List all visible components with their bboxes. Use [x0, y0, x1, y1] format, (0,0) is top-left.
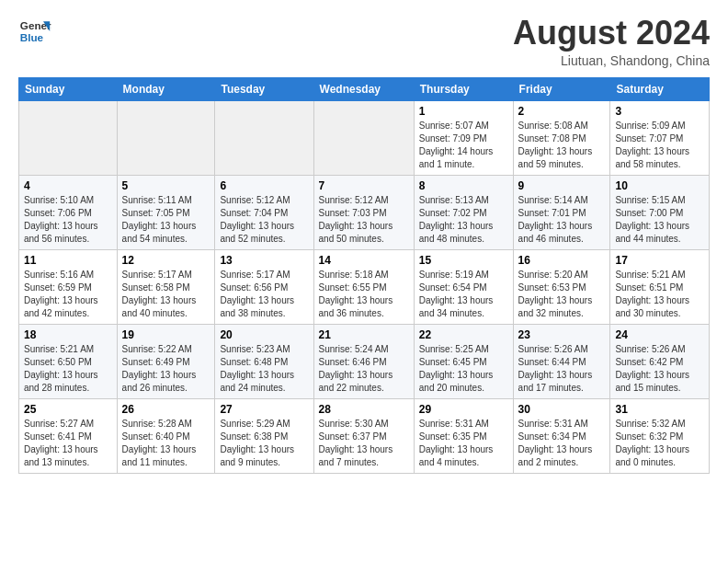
calendar-day-cell: 19Sunrise: 5:22 AM Sunset: 6:49 PM Dayli…	[117, 324, 215, 398]
day-info: Sunrise: 5:15 AM Sunset: 7:00 PM Dayligh…	[615, 194, 704, 246]
day-info: Sunrise: 5:24 AM Sunset: 6:46 PM Dayligh…	[319, 343, 409, 395]
day-info: Sunrise: 5:31 AM Sunset: 6:35 PM Dayligh…	[419, 418, 508, 469]
day-number: 17	[615, 254, 704, 267]
location: Liutuan, Shandong, China	[513, 53, 710, 68]
day-info: Sunrise: 5:27 AM Sunset: 6:41 PM Dayligh…	[24, 418, 112, 469]
weekday-header-cell: Saturday	[610, 77, 710, 100]
day-info: Sunrise: 5:25 AM Sunset: 6:45 PM Dayligh…	[419, 343, 508, 395]
title-block: August 2024 Liutuan, Shandong, China	[513, 15, 710, 68]
day-number: 22	[419, 328, 508, 341]
day-info: Sunrise: 5:29 AM Sunset: 6:38 PM Dayligh…	[220, 418, 308, 469]
calendar-day-cell: 1Sunrise: 5:07 AM Sunset: 7:09 PM Daylig…	[414, 100, 513, 175]
day-number: 20	[220, 328, 308, 341]
day-number: 5	[122, 179, 210, 192]
day-info: Sunrise: 5:21 AM Sunset: 6:50 PM Dayligh…	[24, 343, 112, 395]
day-info: Sunrise: 5:30 AM Sunset: 6:37 PM Dayligh…	[319, 418, 409, 469]
day-info: Sunrise: 5:12 AM Sunset: 7:04 PM Dayligh…	[220, 194, 308, 246]
day-info: Sunrise: 5:26 AM Sunset: 6:44 PM Dayligh…	[518, 343, 606, 395]
calendar-week-row: 11Sunrise: 5:16 AM Sunset: 6:59 PM Dayli…	[19, 249, 710, 324]
calendar-day-cell: 29Sunrise: 5:31 AM Sunset: 6:35 PM Dayli…	[414, 398, 513, 473]
day-info: Sunrise: 5:16 AM Sunset: 6:59 PM Dayligh…	[24, 269, 112, 320]
day-number: 30	[518, 403, 606, 416]
calendar-day-cell: 20Sunrise: 5:23 AM Sunset: 6:48 PM Dayli…	[215, 324, 313, 398]
day-number: 12	[122, 254, 210, 267]
day-info: Sunrise: 5:23 AM Sunset: 6:48 PM Dayligh…	[220, 343, 308, 395]
calendar-day-cell: 28Sunrise: 5:30 AM Sunset: 6:37 PM Dayli…	[313, 398, 414, 473]
calendar-day-cell: 17Sunrise: 5:21 AM Sunset: 6:51 PM Dayli…	[610, 249, 710, 324]
day-info: Sunrise: 5:07 AM Sunset: 7:09 PM Dayligh…	[419, 120, 508, 171]
day-info: Sunrise: 5:22 AM Sunset: 6:49 PM Dayligh…	[122, 343, 210, 395]
day-number: 18	[24, 328, 112, 341]
day-number: 24	[615, 328, 704, 341]
day-number: 23	[518, 328, 606, 341]
day-number: 19	[122, 328, 210, 341]
calendar-day-cell: 3Sunrise: 5:09 AM Sunset: 7:07 PM Daylig…	[610, 100, 710, 175]
calendar-week-row: 4Sunrise: 5:10 AM Sunset: 7:06 PM Daylig…	[19, 175, 710, 249]
day-number: 25	[24, 403, 112, 416]
day-info: Sunrise: 5:08 AM Sunset: 7:08 PM Dayligh…	[518, 120, 606, 171]
calendar-body: 1Sunrise: 5:07 AM Sunset: 7:09 PM Daylig…	[19, 100, 710, 473]
day-info: Sunrise: 5:18 AM Sunset: 6:55 PM Dayligh…	[319, 269, 409, 320]
calendar-week-row: 25Sunrise: 5:27 AM Sunset: 6:41 PM Dayli…	[19, 398, 710, 473]
calendar-day-cell: 7Sunrise: 5:12 AM Sunset: 7:03 PM Daylig…	[313, 175, 414, 249]
day-number: 15	[419, 254, 508, 267]
day-number: 8	[419, 179, 508, 192]
day-info: Sunrise: 5:11 AM Sunset: 7:05 PM Dayligh…	[122, 194, 210, 246]
day-number: 14	[319, 254, 409, 267]
day-info: Sunrise: 5:17 AM Sunset: 6:56 PM Dayligh…	[220, 269, 308, 320]
weekday-header-cell: Sunday	[19, 77, 118, 100]
calendar-day-cell	[313, 100, 414, 175]
day-info: Sunrise: 5:32 AM Sunset: 6:32 PM Dayligh…	[615, 418, 704, 469]
day-number: 9	[518, 179, 606, 192]
calendar-week-row: 18Sunrise: 5:21 AM Sunset: 6:50 PM Dayli…	[19, 324, 710, 398]
day-number: 28	[319, 403, 409, 416]
day-number: 10	[615, 179, 704, 192]
calendar-day-cell: 23Sunrise: 5:26 AM Sunset: 6:44 PM Dayli…	[513, 324, 610, 398]
calendar-day-cell: 2Sunrise: 5:08 AM Sunset: 7:08 PM Daylig…	[513, 100, 610, 175]
day-info: Sunrise: 5:13 AM Sunset: 7:02 PM Dayligh…	[419, 194, 508, 246]
day-info: Sunrise: 5:21 AM Sunset: 6:51 PM Dayligh…	[615, 269, 704, 320]
weekday-header-cell: Wednesday	[313, 77, 414, 100]
day-number: 11	[24, 254, 112, 267]
svg-text:Blue: Blue	[20, 31, 44, 43]
day-info: Sunrise: 5:20 AM Sunset: 6:53 PM Dayligh…	[518, 269, 606, 320]
day-info: Sunrise: 5:17 AM Sunset: 6:58 PM Dayligh…	[122, 269, 210, 320]
calendar-day-cell: 13Sunrise: 5:17 AM Sunset: 6:56 PM Dayli…	[215, 249, 313, 324]
day-number: 6	[220, 179, 308, 192]
calendar-day-cell: 24Sunrise: 5:26 AM Sunset: 6:42 PM Dayli…	[610, 324, 710, 398]
calendar-day-cell: 11Sunrise: 5:16 AM Sunset: 6:59 PM Dayli…	[19, 249, 118, 324]
weekday-header-row: SundayMondayTuesdayWednesdayThursdayFrid…	[19, 77, 710, 100]
calendar-day-cell: 9Sunrise: 5:14 AM Sunset: 7:01 PM Daylig…	[513, 175, 610, 249]
month-year: August 2024	[513, 15, 710, 52]
day-number: 16	[518, 254, 606, 267]
weekday-header-cell: Friday	[513, 77, 610, 100]
calendar-day-cell: 26Sunrise: 5:28 AM Sunset: 6:40 PM Dayli…	[117, 398, 215, 473]
day-number: 31	[615, 403, 704, 416]
calendar-day-cell: 12Sunrise: 5:17 AM Sunset: 6:58 PM Dayli…	[117, 249, 215, 324]
day-number: 1	[419, 105, 508, 118]
weekday-header-cell: Monday	[117, 77, 215, 100]
day-info: Sunrise: 5:09 AM Sunset: 7:07 PM Dayligh…	[615, 120, 704, 171]
calendar-day-cell	[117, 100, 215, 175]
calendar-day-cell: 25Sunrise: 5:27 AM Sunset: 6:41 PM Dayli…	[19, 398, 118, 473]
calendar-day-cell: 16Sunrise: 5:20 AM Sunset: 6:53 PM Dayli…	[513, 249, 610, 324]
calendar-week-row: 1Sunrise: 5:07 AM Sunset: 7:09 PM Daylig…	[19, 100, 710, 175]
page-header: General Blue August 2024 Liutuan, Shando…	[18, 15, 710, 68]
day-info: Sunrise: 5:31 AM Sunset: 6:34 PM Dayligh…	[518, 418, 606, 469]
day-number: 2	[518, 105, 606, 118]
logo-icon: General Blue	[18, 15, 51, 48]
logo: General Blue	[18, 15, 51, 48]
day-info: Sunrise: 5:12 AM Sunset: 7:03 PM Dayligh…	[319, 194, 409, 246]
calendar-day-cell: 14Sunrise: 5:18 AM Sunset: 6:55 PM Dayli…	[313, 249, 414, 324]
day-number: 21	[319, 328, 409, 341]
calendar-day-cell: 6Sunrise: 5:12 AM Sunset: 7:04 PM Daylig…	[215, 175, 313, 249]
day-number: 26	[122, 403, 210, 416]
day-number: 7	[319, 179, 409, 192]
day-info: Sunrise: 5:28 AM Sunset: 6:40 PM Dayligh…	[122, 418, 210, 469]
weekday-header-cell: Thursday	[414, 77, 513, 100]
day-info: Sunrise: 5:19 AM Sunset: 6:54 PM Dayligh…	[419, 269, 508, 320]
calendar-table: SundayMondayTuesdayWednesdayThursdayFrid…	[18, 77, 710, 474]
calendar-day-cell: 30Sunrise: 5:31 AM Sunset: 6:34 PM Dayli…	[513, 398, 610, 473]
calendar-day-cell: 10Sunrise: 5:15 AM Sunset: 7:00 PM Dayli…	[610, 175, 710, 249]
weekday-header-cell: Tuesday	[215, 77, 313, 100]
